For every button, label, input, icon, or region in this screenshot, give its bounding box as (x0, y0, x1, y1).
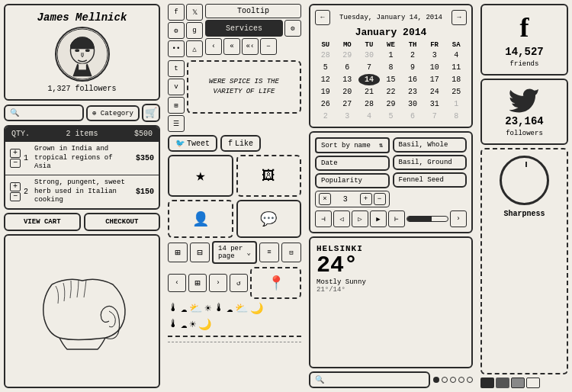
cal-day[interactable]: 5 (315, 62, 336, 73)
num-plus-btn[interactable]: + (360, 193, 372, 205)
cal-prev-btn[interactable]: ← (315, 10, 330, 25)
twitter-icon-btn[interactable]: 𝕏 (186, 4, 203, 21)
cal-day[interactable]: 30 (358, 50, 380, 61)
grid-view-btn[interactable]: ⊟ (281, 243, 301, 262)
grid-dots-btn[interactable]: ⊞ (188, 274, 207, 292)
triple-left-btn[interactable]: «‹ (242, 38, 259, 55)
grid-9-btn[interactable]: ⊟ (190, 243, 210, 262)
cal-day[interactable]: 29 (381, 98, 402, 110)
cal-day[interactable]: 20 (337, 86, 358, 98)
cal-day[interactable]: 21 (358, 86, 380, 98)
v-icon-btn[interactable]: v (168, 79, 185, 95)
cal-day[interactable]: 30 (402, 98, 423, 110)
cal-day[interactable]: 29 (337, 50, 358, 61)
cal-day[interactable]: 2 (315, 111, 336, 122)
cal-day[interactable]: 3 (424, 50, 445, 61)
filter-date[interactable]: Date (315, 156, 390, 171)
decrement-btn-2[interactable]: − (10, 192, 21, 201)
gear-icon-btn[interactable]: ⚙ (284, 20, 301, 37)
next-arrow-btn[interactable]: › (209, 274, 227, 292)
person-icon-box[interactable]: 👤 (168, 200, 233, 238)
cal-day[interactable]: 17 (424, 74, 445, 85)
cal-day[interactable]: 7 (424, 111, 445, 122)
media-start-btn[interactable]: ⊣ (315, 210, 332, 227)
cal-day[interactable]: 18 (445, 74, 467, 85)
cal-day[interactable]: 6 (337, 62, 358, 73)
facebook-icon-btn[interactable]: f (168, 4, 185, 21)
cal-day[interactable]: 24 (424, 86, 445, 98)
like-button[interactable]: f Like (220, 135, 261, 152)
triangle-icon-btn[interactable]: △ (186, 40, 203, 57)
cal-day[interactable]: 26 (315, 98, 336, 110)
num-minus-btn[interactable]: × (319, 193, 331, 205)
cal-day[interactable]: 1 (381, 50, 402, 61)
star-icon-box[interactable]: ★ (168, 155, 233, 197)
cal-next-btn[interactable]: → (451, 10, 467, 25)
cal-day[interactable]: 8 (445, 111, 467, 122)
num-minus2-btn[interactable]: − (374, 193, 386, 205)
image-icon-box[interactable]: 🖼 (236, 155, 302, 197)
media-end-btn[interactable]: ⊢ (388, 210, 405, 227)
chat-icon-box[interactable]: 💬 (236, 200, 302, 238)
tumblr-icon-btn[interactable]: t (168, 60, 185, 77)
tooltip-button[interactable]: Tooltip (205, 4, 301, 18)
filter-popularity[interactable]: Popularity (315, 173, 390, 188)
media-play-btn[interactable]: ▷ (352, 210, 368, 227)
cal-day[interactable]: 28 (315, 50, 336, 61)
minus-btn[interactable]: − (260, 38, 277, 55)
cal-day[interactable]: 11 (445, 62, 467, 73)
increment-btn-1[interactable]: + (10, 149, 21, 158)
checkout-button[interactable]: CHECKOUT (84, 213, 161, 231)
grid-icon-btn[interactable]: ⊞ (168, 97, 185, 114)
cal-day[interactable]: 15 (381, 74, 402, 85)
tweet-button[interactable]: 🐦 Tweet (168, 135, 217, 152)
qty-stepper-2[interactable]: + − (10, 182, 21, 201)
spice-item-3[interactable]: Fennel Seed (393, 172, 468, 188)
cal-day[interactable]: 4 (358, 111, 380, 122)
cal-day[interactable]: 9 (402, 62, 423, 73)
cal-day[interactable]: 8 (381, 62, 402, 73)
cal-day[interactable]: 6 (402, 111, 423, 122)
settings-icon-btn[interactable]: ⚙ (168, 22, 185, 39)
cal-day[interactable]: 22 (381, 86, 402, 98)
cal-day[interactable]: 31 (424, 98, 445, 110)
google-icon-btn[interactable]: g (186, 22, 203, 39)
cal-day[interactable]: 3 (337, 111, 358, 122)
cal-day[interactable]: 5 (381, 111, 402, 122)
cal-day[interactable]: 16 (402, 74, 423, 85)
cal-day[interactable]: 12 (315, 74, 336, 85)
double-left-btn[interactable]: « (223, 38, 240, 55)
cal-day[interactable]: 2 (402, 50, 423, 61)
view-cart-button[interactable]: VIEW CART (4, 213, 81, 231)
list-icon-btn[interactable]: ☰ (168, 115, 185, 132)
media-prev-btn[interactable]: ◁ (333, 210, 350, 227)
knob-control[interactable] (500, 156, 549, 205)
category-button[interactable]: ⊕ Category (86, 105, 140, 121)
decrement-btn-1[interactable]: − (10, 159, 21, 168)
sort-select[interactable]: Sort by name ⇅ (315, 137, 390, 153)
cal-day[interactable]: 28 (358, 98, 380, 110)
cal-day[interactable]: 10 (424, 62, 445, 73)
media-extra-btn[interactable]: › (450, 210, 467, 227)
cal-day[interactable]: 1 (445, 98, 467, 110)
prev-arrow-btn[interactable]: ‹ (168, 274, 186, 292)
increment-btn-2[interactable]: + (10, 182, 21, 191)
cal-day[interactable]: 27 (337, 98, 358, 110)
cart-icon-button[interactable]: 🛒 (142, 104, 160, 122)
list-view-btn[interactable]: ≡ (259, 243, 279, 262)
cal-day[interactable]: 19 (315, 86, 336, 98)
spice-item-1[interactable]: Basil, Whole (393, 137, 468, 153)
cal-day[interactable]: 25 (445, 86, 467, 98)
cal-today[interactable]: 14 (358, 74, 380, 85)
refresh-btn[interactable]: ↺ (230, 274, 248, 292)
cal-day[interactable]: 4 (445, 50, 467, 61)
dots-icon-btn[interactable]: •• (168, 40, 185, 57)
media-next-btn[interactable]: ▶ (370, 210, 387, 227)
qty-stepper-1[interactable]: + − (10, 149, 21, 168)
services-button[interactable]: Services (205, 20, 283, 37)
angle-left-btn[interactable]: ‹ (205, 38, 222, 55)
search-input[interactable]: 🔍 (4, 104, 84, 121)
bottom-search-input[interactable]: 🔍 (309, 371, 430, 388)
cal-day[interactable]: 23 (402, 86, 423, 98)
cal-day[interactable]: 7 (358, 62, 380, 73)
